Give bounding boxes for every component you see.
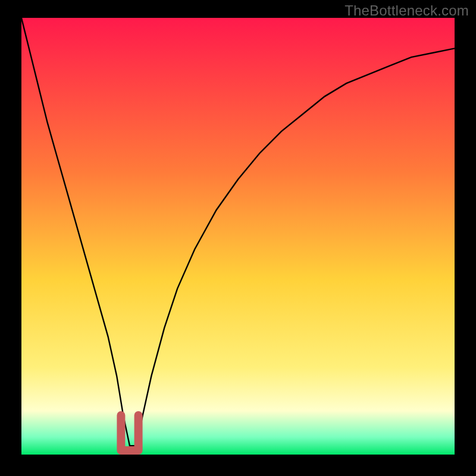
watermark-text: TheBottleneck.com [345, 2, 469, 19]
chart-frame: TheBottleneck.com [0, 0, 476, 476]
chart-svg [21, 18, 455, 455]
plot-area [21, 18, 455, 455]
gradient-bg [21, 18, 455, 455]
